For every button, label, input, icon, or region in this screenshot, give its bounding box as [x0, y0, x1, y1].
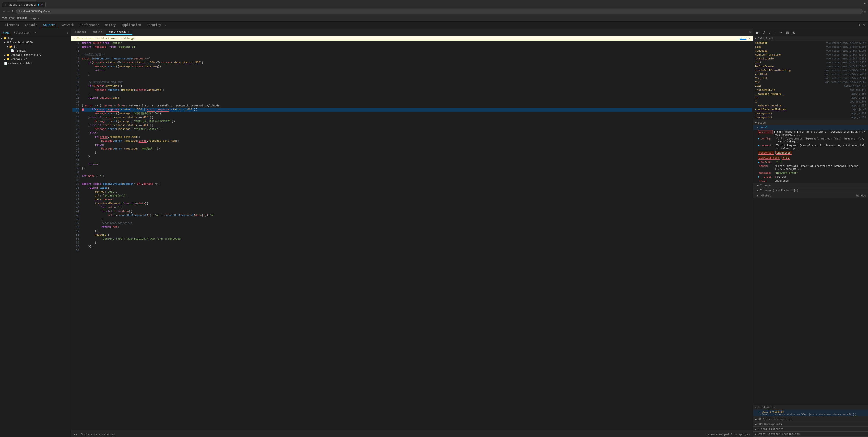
code-line-8: return; [82, 68, 752, 72]
blackbox-close-btn[interactable]: × [748, 37, 750, 40]
call-stack-item-4[interactable]: transitionTovue-router.esm.js?8c4f:2152 [753, 57, 868, 60]
breakpoints-header[interactable]: ▼ Breakpoints [753, 405, 868, 410]
devtools-settings-icon[interactable]: ⚙ [857, 24, 862, 27]
tree-item-webpack-internal[interactable]: ▶ 📁 webpack-internal:// [0, 53, 71, 57]
call-stack-item-19[interactable]: (anonymous)app.js:997 [753, 115, 868, 119]
address-input[interactable] [16, 8, 863, 14]
toolbar-item-0[interactable]: 书签 [2, 17, 7, 20]
devtools-dock-icon[interactable]: ⊡ [861, 24, 866, 27]
call-stack-item-13[interactable]: __webpack_require__app.js:854 [753, 92, 868, 96]
call-stack-item-11[interactable]: evalmain.js?56d7:38 [753, 84, 868, 88]
devtools-tab-sources[interactable]: Sources [40, 22, 59, 28]
code-line-13: Message.success({message:success.data.ms… [82, 88, 752, 92]
sources-more-tab[interactable]: » [33, 31, 38, 35]
scope-toggle-icon: ▼ [755, 121, 756, 124]
call-stack-item-6[interactable]: beforeCreatevue-router.esm.js?8c4f:1240 [753, 64, 868, 68]
tree-item-extn[interactable]: 📄 extn-utils.html [0, 61, 71, 65]
call-stack-item-7[interactable]: invokeWithErrorHandlingvue.runtime.esm.j… [753, 68, 868, 72]
call-stack-item-3[interactable]: confirmTransitionvue-router.esm.js?8c4f:… [753, 53, 868, 57]
call-stack-item-16[interactable]: __webpack_require__app.js:854 [753, 103, 868, 107]
step-over-btn[interactable]: ↺ [761, 30, 767, 35]
call-stack-item-9[interactable]: Vue_initvue.runtime.esm.js?2b0e:5004 [753, 76, 868, 80]
toolbar-item-2[interactable]: 毕业通知 [17, 17, 27, 20]
code-tab-overflow[interactable]: ⊡ [747, 31, 752, 34]
code-text-area[interactable]: import axios from 'axios' import {Messag… [81, 41, 753, 430]
tree-item-index[interactable]: 📄 (index) [0, 49, 71, 53]
browser-titlebar: vuehr × + ⋯ [0, 0, 868, 7]
sources-page-tab[interactable]: Page [1, 31, 11, 35]
call-stack-item-5[interactable]: initvue-router.esm.js?8c4f:2910 [753, 60, 868, 64]
code-line-39: method:'post', [82, 190, 752, 194]
call-stack-item-12[interactable]: ./src/main.jsapp.js:1146 [753, 88, 868, 92]
scope-val-proto: Object [777, 175, 786, 178]
step-btn[interactable]: → [778, 30, 784, 35]
forward-button[interactable]: → [7, 9, 10, 13]
scope-header[interactable]: ▼ Scope [753, 120, 868, 125]
breakpoint-item-1[interactable]: ✓ api.js?cb30:18 if(error.response.statu… [753, 410, 868, 416]
call-stack-item-1[interactable]: stepvue-router.esm.js?8c4f:1898 [753, 45, 868, 49]
tree-item-webpack[interactable]: ▶ 📁 webpack:// [0, 57, 71, 61]
devtools-tab-console[interactable]: Console [22, 22, 40, 28]
code-tab-close-btn[interactable]: × [128, 31, 129, 33]
scope-item-error: ▶ error: Error: Network Error at createE… [753, 130, 868, 136]
tree-label-top: top [8, 37, 13, 40]
devtools-tab-security[interactable]: Security [144, 22, 164, 28]
code-footer: {} 5 characters selected (source mapped … [71, 432, 753, 437]
call-stack-item-2[interactable]: runQueuevue-router.esm.js?8c4f:1906 [753, 49, 868, 53]
deactivate-breakpoints-btn[interactable]: ⊡ [785, 30, 790, 35]
call-stack-item-15[interactable]: 1app.js:1303 [753, 100, 868, 103]
dont-pause-exceptions-btn[interactable]: ⊗ [791, 30, 797, 35]
scope-closure-api-header[interactable]: ▶ Closure (./utils/api.js) [753, 188, 868, 193]
dom-breakpoints-header[interactable]: ▶ DOM Breakpoints [753, 422, 868, 427]
horizontal-scrollbar[interactable] [71, 430, 753, 432]
scope-local-header[interactable]: ▼ Local [753, 125, 868, 130]
resume-execution-btn[interactable]: ▶ [755, 30, 760, 35]
toolbar-item-4[interactable]: ⊕ [38, 17, 40, 20]
devtools-tab-network[interactable]: Network [59, 22, 77, 28]
cs-file-3: vue-router.esm.js?8c4f:2282 [826, 53, 866, 56]
global-listeners-header[interactable]: ▶ Global Listeners [753, 427, 868, 432]
cs-file-10: vue.runtime.esm.js?2b0e:5085 [825, 81, 866, 84]
devtools-tab-memory[interactable]: Memory [102, 22, 119, 28]
more-link[interactable]: more [740, 37, 747, 40]
call-stack-item-0[interactable]: iteratorvue-router.esm.js?8c4f:2252 [753, 41, 868, 45]
tree-item-localhost[interactable]: ▼ 🖥 localhost:8080 [0, 40, 71, 44]
code-line-52: } [82, 241, 752, 245]
step-into-btn[interactable]: ↓ [768, 30, 772, 35]
tree-item-js[interactable]: ▼ 📂 js [0, 44, 71, 49]
tree-item-top[interactable]: ▼ 📁 top [0, 36, 71, 40]
devtools-tab-application[interactable]: Application [119, 22, 144, 28]
devtools-more-tabs[interactable]: » [164, 23, 168, 28]
call-stack-item-17[interactable]: checkDeferredModulesapp.js:46 [753, 107, 868, 111]
xhr-fetch-header[interactable]: ▶ XHR/fetch Breakpoints [753, 417, 868, 422]
call-stack-item-10[interactable]: Vuevue.runtime.esm.js?2b0e:5085 [753, 80, 868, 84]
code-line-33: }) [82, 166, 752, 170]
scope-closure-header[interactable]: ▶ Closure [753, 183, 868, 188]
bookmark-icon[interactable]: ☆ [864, 9, 866, 13]
devtools-tab-elements[interactable]: Elements [2, 22, 22, 28]
event-listener-header[interactable]: ▶ Event Listener Breakpoints [753, 432, 868, 437]
scope-key-message: message: [759, 171, 774, 174]
call-stack-header[interactable]: ▼ Call Stack [753, 36, 868, 41]
code-tab-index[interactable]: (index) [72, 30, 89, 35]
cs-name-15: 1 [755, 100, 756, 103]
sources-filesystem-tab[interactable]: Filesystem [12, 31, 32, 35]
call-stack-item-18[interactable]: (anonymous)app.js:994 [753, 111, 868, 115]
toolbar-item-1[interactable]: 收藏 [9, 17, 15, 20]
step-out-btn[interactable]: ↑ [773, 30, 777, 35]
cs-file-0: vue-router.esm.js?8c4f:2252 [826, 41, 866, 44]
reload-button[interactable]: ↻ [12, 9, 15, 13]
scope-global-header[interactable]: ▶ Global Window [753, 193, 868, 198]
code-line-11: // 返回的数据有 msg 属性 [82, 80, 752, 84]
call-stack-item-8[interactable]: callHookvue.runtime.esm.js?2b0e:4219 [753, 72, 868, 76]
toolbar-item-3[interactable]: temp [29, 17, 36, 20]
code-line-6: if(success.status && success.status ==20… [82, 61, 752, 65]
sources-overflow-menu[interactable]: ⋮ [65, 31, 70, 34]
code-tab-apijs[interactable]: api.js [90, 30, 105, 35]
code-tab-apijs-cb30[interactable]: api.js?cb30 × [106, 30, 132, 35]
devtools-tab-performance[interactable]: Performance [77, 22, 102, 28]
call-stack-item-14[interactable]: fnapp.js:151 [753, 96, 868, 100]
code-line-15: return success.data; [82, 96, 752, 100]
other-sections: ▶ XHR/fetch Breakpoints ▶ DOM Breakpoint… [753, 416, 868, 437]
back-button[interactable]: ← [2, 9, 5, 13]
